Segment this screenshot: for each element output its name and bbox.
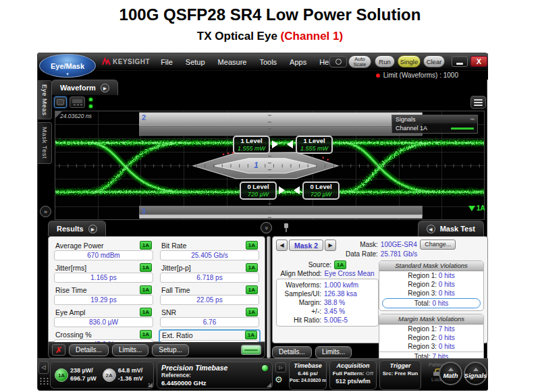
page-subtitle: TX Optical Eye (Channel 1): [0, 30, 540, 43]
menu-apps[interactable]: Apps: [290, 58, 306, 66]
time-position-label: 24.03620 ns: [60, 113, 92, 119]
mask-test-tab[interactable]: ◀ Mask Test: [418, 221, 484, 236]
mask-header: ◀ Mask 2 ▶ Mask: 100GE-SR4 Change... Dat…: [276, 240, 484, 258]
results-setup-button[interactable]: Setup...: [152, 344, 188, 356]
gear-icon[interactable]: ⚙: [275, 375, 283, 384]
results-panel: Average Power1A 670 mdBm Bit Rate1A 25.4…: [48, 236, 265, 342]
status-line: Limit (Waveforms) : 1000: [38, 71, 488, 80]
results-tab-label: Results: [57, 225, 84, 233]
tab-mask-test-side[interactable]: Mask Test: [38, 122, 52, 164]
results-details-button[interactable]: Details...: [69, 344, 109, 356]
menu-file[interactable]: File: [161, 58, 173, 66]
menubar: KEYSIGHT File Setup Measure Tools Apps H…: [38, 53, 488, 71]
measurement-jitter-rms[interactable]: Jitter[rms]1A 1.165 ps: [53, 262, 155, 283]
measurement-bit-rate[interactable]: Bit Rate1A 25.405 Gb/s: [159, 240, 261, 261]
full-pattern-value: Off: [366, 370, 374, 376]
source-badge: 1A: [140, 241, 152, 250]
waveform-tab[interactable]: Waveform ▶: [51, 80, 118, 95]
menu-measure[interactable]: Measure: [218, 58, 247, 66]
results-tab[interactable]: Results ▶: [48, 221, 106, 236]
measurement-snr[interactable]: SNR1A 6.76: [159, 307, 261, 328]
subtitle-text: TX Optical Eye: [197, 30, 277, 43]
screenshot-stage: 100G QSFP28 SR4 Low Power Solution TX Op…: [0, 0, 540, 392]
play-circle-icon[interactable]: ▶: [88, 225, 97, 233]
precision-timebase-box[interactable]: Precision Timebase Reference: 6.4450000 …: [157, 362, 273, 389]
channel-1a-badge[interactable]: 1A: [55, 368, 68, 382]
align-method-label: Align Method:: [280, 270, 321, 277]
mask-details-button[interactable]: Details...: [272, 346, 312, 358]
clear-button[interactable]: Clear: [423, 55, 445, 67]
tab-eye-meas[interactable]: Eye Meas: [38, 80, 52, 119]
menu-tools[interactable]: Tools: [259, 58, 277, 66]
source-badge: 1A: [140, 263, 152, 272]
dock-grid-icon[interactable]: [39, 377, 49, 385]
arrow-down-icon: [468, 206, 475, 211]
arrow-right-icon: [279, 186, 285, 194]
minimize-icon: [456, 63, 463, 65]
eye-diagram-plot[interactable]: 24.03620 ns 2 3 1 Signals ^^ Channel 1A …: [55, 111, 485, 220]
collapse-chevron-icon[interactable]: ^^: [470, 117, 474, 123]
measurement-eye-ampl[interactable]: Eye Ampl1A 836.0 µW: [53, 307, 155, 328]
one-level-annotation-right: 1 Level1.555 mW: [296, 136, 333, 154]
acquisition-box[interactable]: Acquisition Full Pattern: Off 512 pts/wf…: [329, 360, 377, 390]
measurement-rise-time[interactable]: Rise Time1A 19.29 ps: [53, 285, 155, 306]
mask-statistics-box: Waveforms:1.000 kwfm Samples/UI:126.38 k…: [276, 279, 379, 327]
channel-2a-scale: 64.8 mV/-1.36 mV: [118, 367, 143, 383]
signals-button[interactable]: Signals: [464, 362, 487, 385]
pin-icon[interactable]: [283, 223, 290, 233]
next-mask-button[interactable]: ▶: [325, 240, 336, 251]
minimize-button[interactable]: [452, 56, 468, 67]
mask-region-1-label: 1: [254, 161, 259, 170]
run-button[interactable]: Run: [375, 55, 395, 67]
legend-channel-label: Channel 1A: [396, 125, 427, 132]
mask-test-panel: ◀ Mask 2 ▶ Mask: 100GE-SR4 Change... Dat…: [272, 236, 488, 343]
collapse-panel-button[interactable]: »: [261, 222, 272, 233]
scroll-left-button[interactable]: ◁: [38, 361, 49, 374]
prev-mask-button[interactable]: ◀: [276, 240, 288, 251]
measurement-average-power[interactable]: Average Power1A 670 mdBm: [53, 240, 155, 261]
camera-icon: [335, 59, 342, 65]
change-mask-button[interactable]: Change...: [420, 240, 456, 250]
close-button[interactable]: X: [470, 56, 487, 67]
collapse-left-circle-icon[interactable]: ◀: [427, 225, 435, 233]
single-button[interactable]: Single: [398, 55, 421, 67]
measurement-fall-time[interactable]: Fall Time1A 22.05 ps: [159, 285, 261, 306]
status-led-icons: [89, 98, 92, 111]
display-menu-button[interactable]: [470, 96, 486, 109]
auto-scale-button[interactable]: Auto Scale: [348, 55, 371, 68]
channel-2a-badge[interactable]: 2A: [103, 368, 116, 382]
mask-identity: Mask: 100GE-SR4 Change... Data Rate: 25.…: [346, 240, 456, 258]
channel-color-swatch: [451, 128, 474, 130]
math-button[interactable]: Math: [439, 362, 462, 385]
channel-1a-scale: 238 µW/696.7 µW: [70, 367, 97, 383]
measurement-jitter-pp[interactable]: Jitter[p-p]1A 6.718 ps: [159, 262, 261, 283]
points-per-waveform: 512 pts/wfm: [330, 377, 376, 385]
sidebar-expand-button[interactable]: »: [40, 206, 51, 217]
brand-name: KEYSIGHT: [113, 58, 150, 65]
marker-tool-button[interactable]: [54, 96, 67, 108]
eye-mask-app-button[interactable]: Eye/Mask ▼: [39, 54, 96, 78]
mask-limits-button[interactable]: Limits...: [315, 346, 352, 358]
arrow-left-icon: [294, 186, 300, 194]
scroll-right-button[interactable]: ▷: [275, 362, 286, 372]
menu-setup[interactable]: Setup: [186, 58, 205, 66]
one-level-annotation-left: 1 Level1.555 mW: [233, 136, 270, 154]
channel-status-box[interactable]: 1A 238 µW/696.7 µW 2A 64.8 mV/-1.36 mV 1: [50, 362, 154, 389]
arrow-up-icon: [473, 368, 479, 371]
zero-level-annotation-left: 0 Level720 µW: [240, 181, 277, 200]
delete-measurement-button[interactable]: ✗: [52, 344, 65, 356]
results-limits-button[interactable]: Limits...: [112, 344, 148, 356]
play-circle-icon[interactable]: ▶: [101, 84, 109, 92]
limit-status-icon: [376, 74, 380, 78]
channel-1a-ground-marker: 1A: [468, 204, 485, 212]
screenshot-camera-button[interactable]: [329, 56, 347, 67]
trigger-box[interactable]: Trigger Src: Free Run: [379, 360, 421, 390]
signals-legend[interactable]: Signals ^^ Channel 1A: [392, 115, 478, 134]
source-badge: 1A: [245, 331, 257, 339]
chevron-down-icon: ▼: [65, 72, 70, 76]
timebase-box[interactable]: Timebase 6.46 ps/ Pos: 24.03620 ns: [289, 360, 327, 390]
mask-selector-label[interactable]: Mask 2: [289, 240, 323, 251]
keypad-tool-button[interactable]: [70, 96, 85, 108]
panel-splitter[interactable]: [267, 236, 271, 358]
app-button-label: Eye/Mask: [51, 62, 84, 70]
